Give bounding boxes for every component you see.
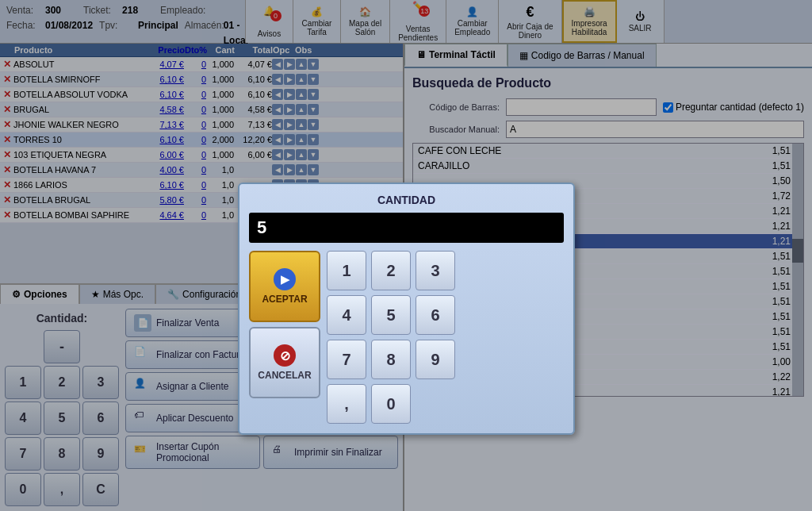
numpad-key-,[interactable]: , (327, 384, 366, 424)
numpad-keys: 123456789,0 (327, 251, 455, 424)
numpad-overlay[interactable]: CANTIDAD 5 ▶ ACEPTAR ⊘ CANCELAR 12345678… (0, 0, 812, 511)
numpad-display: 5 (249, 213, 564, 243)
numpad-accept-label: ACEPTAR (262, 294, 307, 305)
cancel-icon: ⊘ (274, 344, 296, 367)
numpad-accept-button[interactable]: ▶ ACEPTAR (249, 251, 320, 322)
numpad-cancel-label: CANCELAR (258, 370, 311, 381)
numpad-grid: ▶ ACEPTAR ⊘ CANCELAR 123456789,0 (249, 251, 564, 424)
numpad-key-4[interactable]: 4 (327, 295, 366, 335)
numpad-key-2[interactable]: 2 (371, 251, 411, 290)
numpad-key-9[interactable]: 9 (416, 340, 455, 379)
numpad-action-buttons: ▶ ACEPTAR ⊘ CANCELAR (249, 251, 320, 424)
numpad-key-7[interactable]: 7 (327, 340, 366, 379)
play-icon: ▶ (274, 268, 296, 290)
numpad-key-0[interactable]: 0 (371, 384, 411, 424)
numpad-key-8[interactable]: 8 (371, 340, 411, 379)
numpad-key-3[interactable]: 3 (416, 251, 455, 290)
numpad-key-6[interactable]: 6 (416, 295, 455, 335)
numpad-title: CANTIDAD (249, 194, 564, 206)
numpad-dialog: CANTIDAD 5 ▶ ACEPTAR ⊘ CANCELAR 12345678… (238, 182, 575, 435)
numpad-cancel-button[interactable]: ⊘ CANCELAR (249, 327, 320, 398)
numpad-key-5[interactable]: 5 (371, 295, 411, 335)
numpad-key-1[interactable]: 1 (327, 251, 366, 290)
